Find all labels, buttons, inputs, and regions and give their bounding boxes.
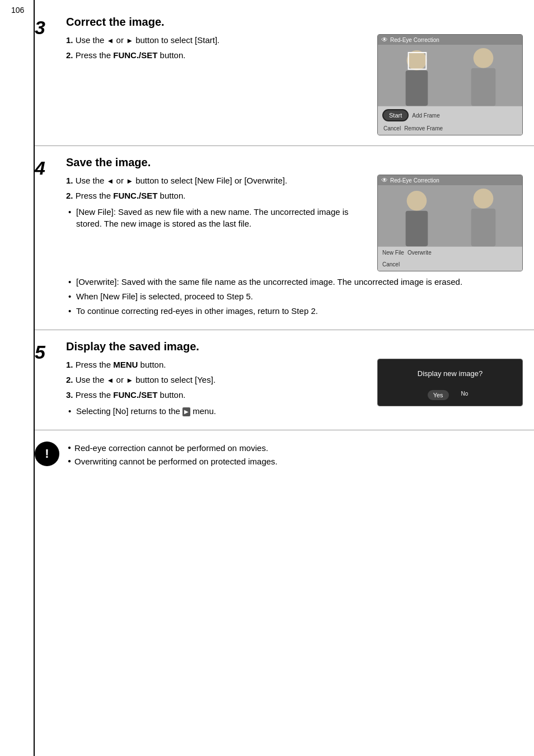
s5-step-2-before: Use the bbox=[76, 375, 107, 384]
s5-right-arrow: ► bbox=[126, 375, 133, 386]
note-2-text: Overwriting cannot be performed on prote… bbox=[74, 455, 278, 468]
bullet-4-4: To continue correcting red-eyes in other… bbox=[66, 305, 523, 317]
cam-ui-4: 👁 Red-Eye Correction bbox=[377, 175, 523, 271]
section-5-title: Display the saved image. bbox=[66, 340, 523, 353]
right-arrow-icon: ► bbox=[126, 36, 133, 46]
svg-point-7 bbox=[407, 191, 427, 211]
cam-ui-3: 👁 Red-Eye Correction bbox=[377, 34, 523, 135]
cam-ui-5: Display new image? Yes No bbox=[377, 359, 523, 406]
s4-step-1-before: Use the bbox=[76, 176, 107, 185]
section-3-body: Correct the image. 1. Use the ◄ or ► but… bbox=[62, 16, 523, 135]
s4-right-arrow: ► bbox=[126, 176, 133, 186]
section-5-step-2: 2. Use the ◄ or ► button to select [Yes]… bbox=[66, 374, 366, 386]
bullet-4-2: [Overwrite]: Saved with the same file na… bbox=[66, 276, 523, 288]
section-3-number: 3 bbox=[35, 16, 62, 135]
photo-svg-4 bbox=[378, 185, 522, 246]
content-area: 3 Correct the image. 1. Use the ◄ or ► b… bbox=[35, 0, 534, 468]
note-2: Overwriting cannot be performed on prote… bbox=[68, 455, 278, 468]
s4-step-2-after: button. bbox=[160, 191, 186, 200]
svg-rect-8 bbox=[406, 211, 428, 247]
section-5-image: Display new image? Yes No bbox=[377, 359, 523, 420]
bullet-5-1: Selecting [No] returns to the ▶ menu. bbox=[66, 405, 366, 417]
s5-left-arrow: ◄ bbox=[107, 375, 114, 386]
s5-menu: MENU bbox=[113, 360, 138, 369]
section-5-content: 1. Press the MENU button. 2. Use the ◄ o… bbox=[66, 359, 523, 420]
svg-point-9 bbox=[474, 189, 494, 209]
svg-rect-2 bbox=[406, 71, 428, 106]
svg-rect-6 bbox=[378, 185, 522, 246]
section-3: 3 Correct the image. 1. Use the ◄ or ► b… bbox=[35, 6, 534, 146]
note-icon: ! bbox=[35, 442, 59, 466]
s5-step-2-num: 2. bbox=[66, 375, 73, 384]
section-4-extra-bullets: [Overwrite]: Saved with the same file na… bbox=[66, 276, 523, 317]
s5-step-1-num: 1. bbox=[66, 360, 73, 369]
cancel-btn-3: Cancel bbox=[382, 125, 401, 132]
step-1-text-after: button to select [Start]. bbox=[135, 35, 219, 45]
left-border bbox=[34, 0, 35, 756]
s5-step-3-after: button. bbox=[160, 390, 186, 400]
cam-header-title-4: Red-Eye Correction bbox=[390, 177, 439, 184]
s4-func-set: FUNC./SET bbox=[113, 191, 157, 200]
s5-step-1-before: Press the bbox=[76, 360, 114, 369]
red-eye-icon-3: 👁 bbox=[381, 36, 388, 44]
section-4-step-1: 1. Use the ◄ or ► button to select [New … bbox=[66, 175, 366, 186]
section-5: 5 Display the saved image. 1. Press the … bbox=[35, 330, 534, 430]
new-file-btn: New File bbox=[382, 250, 404, 256]
step-2-func-set: FUNC./SET bbox=[113, 50, 157, 60]
cam-photo-4 bbox=[378, 185, 522, 247]
step-1-num: 1. bbox=[66, 35, 73, 45]
section-5-step-3: 3. Press the FUNC./SET button. bbox=[66, 389, 366, 401]
note-1-text: Red-eye correction cannot be performed o… bbox=[74, 442, 268, 455]
left-arrow-icon: ◄ bbox=[107, 36, 114, 46]
bullet-5-1-before: Selecting [No] returns to the bbox=[76, 406, 182, 416]
step-1-text-before: Use the bbox=[76, 35, 107, 45]
section-4-content: 1. Use the ◄ or ► button to select [New … bbox=[66, 175, 523, 271]
section-5-number: 5 bbox=[35, 340, 62, 420]
red-eye-icon-4: 👁 bbox=[381, 176, 388, 184]
add-frame-btn: Add Frame bbox=[412, 112, 439, 119]
cam-header-title-3: Red-Eye Correction bbox=[390, 37, 439, 43]
section-5-body: Display the saved image. 1. Press the ME… bbox=[62, 340, 523, 420]
section-3-title: Correct the image. bbox=[66, 16, 523, 29]
step-2-num: 2. bbox=[66, 50, 73, 60]
note-1: Red-eye correction cannot be performed o… bbox=[68, 442, 278, 455]
section-3-content: 1. Use the ◄ or ► button to select [Star… bbox=[66, 34, 523, 135]
s5-step-3-num: 3. bbox=[66, 390, 73, 400]
cam-buttons-4b: Cancel bbox=[378, 259, 522, 271]
section-5-bullets: Selecting [No] returns to the ▶ menu. bbox=[66, 405, 366, 417]
section-3-image: 👁 Red-Eye Correction bbox=[377, 34, 523, 135]
cam-buttons-3b: Cancel Remove Frame bbox=[378, 124, 522, 135]
section-5-text: 1. Press the MENU button. 2. Use the ◄ o… bbox=[66, 359, 366, 420]
bullet-4-1: [New File]: Saved as new file with a new… bbox=[66, 206, 366, 229]
start-btn: Start bbox=[382, 109, 409, 121]
section-3-step-2: 2. Press the FUNC./SET button. bbox=[66, 49, 366, 61]
s4-step-2-before: Press the bbox=[76, 191, 114, 200]
s4-step-1-num: 1. bbox=[66, 176, 73, 185]
section-4-title: Save the image. bbox=[66, 156, 523, 169]
svg-rect-0 bbox=[378, 45, 522, 106]
notes-section: ! Red-eye correction cannot be performed… bbox=[35, 442, 523, 468]
page-number: 106 bbox=[11, 6, 24, 15]
section-4-body: Save the image. 1. Use the ◄ or ► button… bbox=[62, 156, 523, 320]
step-1-or: or bbox=[116, 35, 127, 45]
step-2-text-after: button. bbox=[160, 50, 186, 60]
cam-dialog-5: Display new image? Yes No bbox=[378, 359, 522, 406]
svg-rect-10 bbox=[471, 209, 496, 246]
s4-step-2-num: 2. bbox=[66, 191, 73, 200]
cam-buttons-3: Start Add Frame bbox=[378, 106, 522, 124]
dialog-text-5: Display new image? bbox=[383, 369, 517, 378]
remove-frame-btn: Remove Frame bbox=[404, 125, 443, 132]
section-3-text: 1. Use the ◄ or ► button to select [Star… bbox=[66, 34, 366, 135]
section-4: 4 Save the image. 1. Use the ◄ or ► butt… bbox=[35, 146, 534, 330]
section-4-step-2: 2. Press the FUNC./SET button. bbox=[66, 190, 366, 201]
section-3-step-1: 1. Use the ◄ or ► button to select [Star… bbox=[66, 34, 366, 46]
section-4-bullets: [New File]: Saved as new file with a new… bbox=[66, 206, 366, 229]
bullet-5-1-after: menu. bbox=[193, 406, 216, 416]
cam-header-3: 👁 Red-Eye Correction bbox=[378, 35, 522, 45]
section-4-text: 1. Use the ◄ or ► button to select [New … bbox=[66, 175, 366, 271]
s5-step-2-after: button to select [Yes]. bbox=[135, 375, 216, 384]
notes-text: Red-eye correction cannot be performed o… bbox=[68, 442, 278, 468]
cam-buttons-4a: New File Overwrite bbox=[378, 247, 522, 259]
s5-func-set: FUNC./SET bbox=[113, 390, 157, 400]
bullet-4-3: When [New File] is selected, proceed to … bbox=[66, 290, 523, 302]
